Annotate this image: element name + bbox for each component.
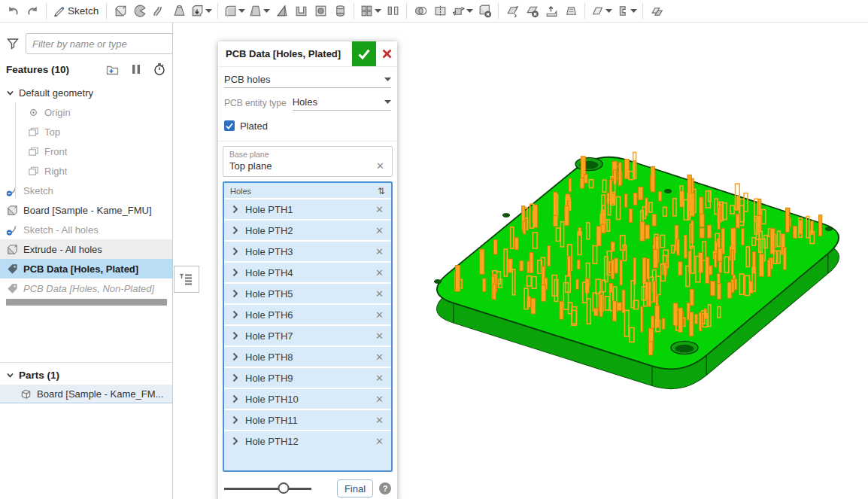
toolbar-hole-button[interactable] bbox=[311, 2, 330, 21]
sort-icon[interactable]: ⇅ bbox=[378, 186, 385, 196]
filter-funnel-icon[interactable] bbox=[6, 37, 20, 50]
tree-top[interactable]: Top bbox=[0, 122, 172, 141]
toolbar-thicken-button[interactable] bbox=[189, 2, 214, 21]
add-folder-icon[interactable] bbox=[105, 62, 120, 77]
hole-row-7[interactable]: Hole PTH7✕ bbox=[224, 324, 391, 345]
help-icon[interactable]: ? bbox=[379, 482, 391, 494]
toolbar-sketch-button[interactable]: Sketch bbox=[50, 2, 102, 21]
hole-row-8[interactable]: Hole PTH8✕ bbox=[224, 345, 391, 367]
expand-chevron-icon[interactable] bbox=[232, 394, 239, 403]
pcb-holes-select[interactable]: PCB holes bbox=[224, 72, 391, 88]
rollback-bar[interactable] bbox=[6, 299, 167, 306]
entity-type-select[interactable]: Holes bbox=[293, 94, 391, 111]
chevron-down-icon[interactable] bbox=[6, 89, 14, 97]
toolbar-mirror-button[interactable] bbox=[383, 2, 402, 21]
detail-slider[interactable] bbox=[224, 481, 311, 496]
hole-row-1[interactable]: Hole PTH1✕ bbox=[224, 198, 391, 219]
filter-input[interactable] bbox=[26, 33, 173, 54]
slider-knob[interactable] bbox=[278, 482, 289, 494]
hole-row-4[interactable]: Hole PTH4✕ bbox=[224, 261, 391, 282]
toolbar-fillet-button[interactable] bbox=[222, 2, 247, 21]
insert-feature-marker-button[interactable] bbox=[174, 266, 199, 293]
dropdown-caret-icon[interactable] bbox=[375, 9, 381, 14]
remove-hole-icon[interactable]: ✕ bbox=[374, 204, 385, 215]
expand-chevron-icon[interactable] bbox=[232, 352, 239, 361]
tree-right[interactable]: Right bbox=[0, 161, 172, 181]
parts-header[interactable]: Parts (1) bbox=[0, 365, 172, 385]
clear-base-plane-icon[interactable]: ✕ bbox=[375, 160, 386, 172]
remove-hole-icon[interactable]: ✕ bbox=[374, 267, 385, 278]
toolbar-sweep-button[interactable] bbox=[150, 2, 169, 21]
expand-chevron-icon[interactable] bbox=[232, 268, 239, 277]
remove-hole-icon[interactable]: ✕ bbox=[374, 373, 385, 384]
toolbar-undo-button[interactable] bbox=[3, 2, 23, 21]
expand-chevron-icon[interactable] bbox=[232, 310, 239, 319]
hole-row-10[interactable]: Hole PTH10✕ bbox=[224, 388, 391, 409]
expand-chevron-icon[interactable] bbox=[232, 226, 239, 235]
expand-chevron-icon[interactable] bbox=[232, 437, 239, 446]
tree-front[interactable]: Front bbox=[0, 141, 172, 161]
part-row-board[interactable]: Board [Sample - Kame_FM... bbox=[0, 385, 172, 403]
toolbar-chamfer-button[interactable] bbox=[247, 2, 272, 21]
final-button[interactable]: Final bbox=[337, 479, 373, 497]
dropdown-caret-icon[interactable] bbox=[466, 9, 473, 14]
remove-hole-icon[interactable]: ✕ bbox=[374, 330, 385, 342]
dropdown-caret-icon[interactable] bbox=[630, 9, 637, 14]
tree-feature-4[interactable]: PCB Data [Holes, Plated] bbox=[0, 259, 172, 278]
tree-feature-3[interactable]: Extrude - All holes bbox=[0, 239, 172, 259]
remove-hole-icon[interactable]: ✕ bbox=[374, 309, 385, 321]
toolbar-transform-button[interactable] bbox=[450, 2, 475, 21]
hole-row-5[interactable]: Hole PTH5✕ bbox=[224, 282, 391, 303]
remove-hole-icon[interactable]: ✕ bbox=[374, 415, 385, 426]
toolbar-loft-button[interactable] bbox=[169, 2, 189, 21]
expand-chevron-icon[interactable] bbox=[232, 415, 239, 424]
hole-row-11[interactable]: Hole PTH11✕ bbox=[224, 409, 391, 430]
dropdown-caret-icon[interactable] bbox=[238, 9, 245, 14]
toolbar-delete-part-button[interactable] bbox=[475, 2, 494, 21]
toolbar-shell-button[interactable] bbox=[291, 2, 311, 21]
remove-hole-icon[interactable]: ✕ bbox=[374, 394, 385, 405]
toolbar-move-face-button[interactable] bbox=[502, 2, 522, 21]
tree-default-geometry[interactable]: Default geometry bbox=[0, 83, 172, 102]
expand-chevron-icon[interactable] bbox=[232, 289, 239, 298]
expand-chevron-icon[interactable] bbox=[232, 331, 239, 340]
toolbar-helix-button[interactable] bbox=[330, 2, 350, 21]
tree-feature-1[interactable]: Board [Sample - Kame_FMU] bbox=[0, 200, 172, 220]
toolbar-linear-pattern-button[interactable] bbox=[358, 2, 383, 21]
tree-feature-0[interactable]: Sketch bbox=[0, 181, 172, 200]
hole-row-6[interactable]: Hole PTH6✕ bbox=[224, 303, 391, 324]
remove-hole-icon[interactable]: ✕ bbox=[374, 246, 385, 257]
toolbar-extrude-button[interactable] bbox=[111, 2, 130, 21]
toolbar-delete-face-button[interactable] bbox=[522, 2, 542, 21]
toolbar-split-button[interactable] bbox=[430, 2, 450, 21]
expand-chevron-icon[interactable] bbox=[232, 247, 239, 256]
cancel-button[interactable] bbox=[376, 41, 397, 66]
tree-origin[interactable]: Origin bbox=[0, 102, 172, 122]
dropdown-caret-icon[interactable] bbox=[263, 9, 270, 14]
hole-row-12[interactable]: Hole PTH12✕ bbox=[224, 430, 391, 451]
suppress-pause-icon[interactable] bbox=[130, 63, 142, 75]
toolbar-revolve-button[interactable] bbox=[130, 2, 150, 21]
plated-checkbox-row[interactable]: Plated bbox=[224, 117, 391, 135]
tree-feature-2[interactable]: Sketch - All holes bbox=[0, 220, 172, 239]
toolbar-derived-button[interactable] bbox=[647, 2, 666, 21]
dropdown-caret-icon[interactable] bbox=[205, 9, 212, 14]
tree-feature-5[interactable]: PCB Data [Holes, Non-Plated] bbox=[0, 278, 172, 298]
toolbar-redo-button[interactable] bbox=[23, 2, 42, 21]
hole-row-2[interactable]: Hole PTH2✕ bbox=[224, 219, 391, 240]
hole-row-3[interactable]: Hole PTH3✕ bbox=[224, 240, 391, 261]
toolbar-boolean-button[interactable] bbox=[411, 2, 430, 21]
remove-hole-icon[interactable]: ✕ bbox=[374, 288, 385, 300]
remove-hole-icon[interactable]: ✕ bbox=[374, 436, 385, 447]
remove-hole-icon[interactable]: ✕ bbox=[374, 225, 385, 236]
confirm-button[interactable] bbox=[352, 41, 376, 66]
dropdown-caret-icon[interactable] bbox=[605, 9, 612, 14]
expand-chevron-icon[interactable] bbox=[232, 205, 239, 214]
expand-chevron-icon[interactable] bbox=[232, 373, 239, 382]
toolbar-composite-part-button[interactable] bbox=[614, 2, 639, 21]
toolbar-simplify-button[interactable] bbox=[561, 2, 581, 21]
plated-checkbox[interactable] bbox=[224, 120, 235, 131]
toolbar-offset-surface-button[interactable] bbox=[542, 2, 561, 21]
toolbar-plane-button[interactable] bbox=[589, 2, 614, 21]
hole-row-9[interactable]: Hole PTH9✕ bbox=[224, 367, 391, 388]
